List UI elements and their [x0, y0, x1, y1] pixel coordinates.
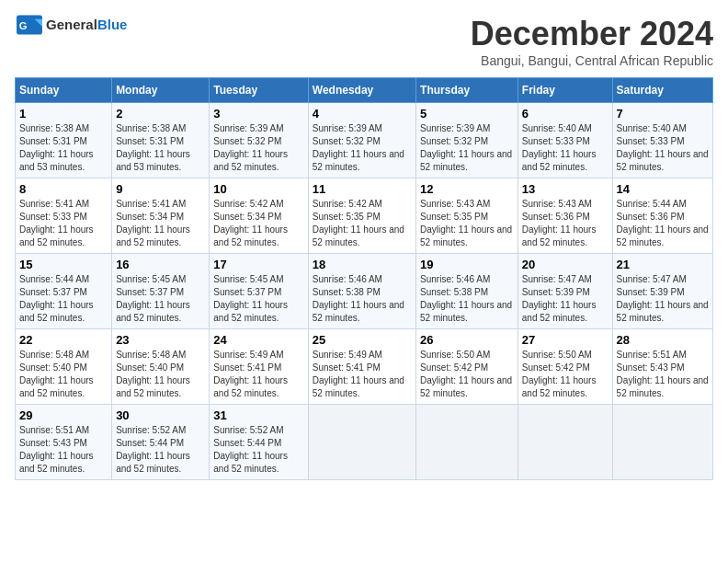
- day-number: 18: [313, 258, 412, 271]
- day-info: Sunrise: 5:52 AMSunset: 5:44 PMDaylight:…: [213, 424, 303, 476]
- day-number: 19: [420, 258, 514, 271]
- calendar-table: SundayMondayTuesdayWednesdayThursdayFrid…: [15, 77, 713, 480]
- day-info: Sunrise: 5:45 AMSunset: 5:37 PMDaylight:…: [116, 273, 205, 325]
- calendar-cell: 27Sunrise: 5:50 AMSunset: 5:42 PMDayligh…: [518, 329, 612, 405]
- calendar-cell: 4Sunrise: 5:39 AMSunset: 5:32 PMDaylight…: [308, 103, 415, 178]
- calendar-cell: 30Sunrise: 5:52 AMSunset: 5:44 PMDayligh…: [112, 405, 210, 480]
- day-info: Sunrise: 5:39 AMSunset: 5:32 PMDaylight:…: [313, 122, 412, 174]
- day-info: Sunrise: 5:40 AMSunset: 5:33 PMDaylight:…: [617, 122, 709, 174]
- day-number: 29: [19, 408, 108, 422]
- calendar-cell: 31Sunrise: 5:52 AMSunset: 5:44 PMDayligh…: [210, 405, 308, 480]
- day-number: 3: [213, 107, 303, 121]
- day-info: Sunrise: 5:50 AMSunset: 5:42 PMDaylight:…: [522, 349, 609, 400]
- day-number: 24: [213, 333, 303, 347]
- day-info: Sunrise: 5:43 AMSunset: 5:36 PMDaylight:…: [522, 198, 609, 249]
- day-number: 16: [116, 258, 205, 271]
- day-of-week-wednesday: Wednesday: [308, 78, 415, 103]
- day-number: 14: [617, 182, 709, 196]
- page-header: G GeneralBlue December 2024 Bangui, Bang…: [15, 15, 713, 68]
- day-number: 8: [19, 182, 108, 196]
- day-of-week-tuesday: Tuesday: [210, 78, 308, 103]
- day-number: 2: [116, 107, 205, 121]
- calendar-cell: 15Sunrise: 5:44 AMSunset: 5:37 PMDayligh…: [16, 254, 112, 329]
- day-info: Sunrise: 5:50 AMSunset: 5:42 PMDaylight:…: [420, 349, 514, 400]
- day-info: Sunrise: 5:44 AMSunset: 5:36 PMDaylight:…: [617, 198, 709, 249]
- calendar-cell: 19Sunrise: 5:46 AMSunset: 5:38 PMDayligh…: [416, 254, 518, 329]
- calendar-cell: 18Sunrise: 5:46 AMSunset: 5:38 PMDayligh…: [308, 254, 415, 329]
- day-info: Sunrise: 5:49 AMSunset: 5:41 PMDaylight:…: [313, 349, 412, 400]
- logo-label: GeneralBlue: [46, 17, 127, 33]
- calendar-cell: 12Sunrise: 5:43 AMSunset: 5:35 PMDayligh…: [416, 178, 518, 254]
- day-number: 6: [522, 107, 609, 121]
- logo: G GeneralBlue: [15, 15, 127, 35]
- calendar-cell: 29Sunrise: 5:51 AMSunset: 5:43 PMDayligh…: [16, 405, 112, 480]
- calendar-week-row: 1Sunrise: 5:38 AMSunset: 5:31 PMDaylight…: [16, 103, 713, 178]
- day-of-week-monday: Monday: [112, 78, 210, 103]
- calendar-cell: 8Sunrise: 5:41 AMSunset: 5:33 PMDaylight…: [16, 178, 112, 254]
- calendar-body: 1Sunrise: 5:38 AMSunset: 5:31 PMDaylight…: [16, 103, 713, 480]
- day-info: Sunrise: 5:52 AMSunset: 5:44 PMDaylight:…: [116, 424, 205, 476]
- day-info: Sunrise: 5:45 AMSunset: 5:37 PMDaylight:…: [213, 273, 303, 325]
- calendar-cell: 21Sunrise: 5:47 AMSunset: 5:39 PMDayligh…: [612, 254, 712, 329]
- day-number: 27: [522, 333, 609, 347]
- day-number: 20: [522, 258, 609, 271]
- day-number: 15: [19, 258, 108, 271]
- day-number: 28: [617, 333, 709, 347]
- calendar-week-row: 15Sunrise: 5:44 AMSunset: 5:37 PMDayligh…: [16, 254, 713, 329]
- day-info: Sunrise: 5:40 AMSunset: 5:33 PMDaylight:…: [522, 122, 609, 174]
- day-info: Sunrise: 5:46 AMSunset: 5:38 PMDaylight:…: [420, 273, 514, 325]
- day-number: 30: [116, 408, 205, 422]
- calendar-cell: [612, 405, 712, 480]
- day-number: 17: [213, 258, 303, 271]
- calendar-cell: 26Sunrise: 5:50 AMSunset: 5:42 PMDayligh…: [416, 329, 518, 405]
- day-info: Sunrise: 5:38 AMSunset: 5:31 PMDaylight:…: [116, 122, 205, 174]
- day-of-week-sunday: Sunday: [16, 78, 112, 103]
- day-info: Sunrise: 5:44 AMSunset: 5:37 PMDaylight:…: [19, 273, 108, 325]
- day-of-week-thursday: Thursday: [416, 78, 518, 103]
- calendar-cell: 10Sunrise: 5:42 AMSunset: 5:34 PMDayligh…: [210, 178, 308, 254]
- day-number: 5: [420, 107, 514, 121]
- day-of-week-header-row: SundayMondayTuesdayWednesdayThursdayFrid…: [16, 78, 713, 103]
- calendar-cell: 13Sunrise: 5:43 AMSunset: 5:36 PMDayligh…: [518, 178, 612, 254]
- day-number: 4: [313, 107, 412, 121]
- calendar-cell: 23Sunrise: 5:48 AMSunset: 5:40 PMDayligh…: [112, 329, 210, 405]
- day-info: Sunrise: 5:47 AMSunset: 5:39 PMDaylight:…: [617, 273, 709, 325]
- calendar-cell: 6Sunrise: 5:40 AMSunset: 5:33 PMDaylight…: [518, 103, 612, 178]
- calendar-cell: 11Sunrise: 5:42 AMSunset: 5:35 PMDayligh…: [308, 178, 415, 254]
- day-number: 23: [116, 333, 205, 347]
- location: Bangui, Bangui, Central African Republic: [471, 53, 713, 68]
- calendar-cell: 20Sunrise: 5:47 AMSunset: 5:39 PMDayligh…: [518, 254, 612, 329]
- calendar-cell: 2Sunrise: 5:38 AMSunset: 5:31 PMDaylight…: [112, 103, 210, 178]
- day-info: Sunrise: 5:48 AMSunset: 5:40 PMDaylight:…: [116, 349, 205, 400]
- day-number: 13: [522, 182, 609, 196]
- day-of-week-friday: Friday: [518, 78, 612, 103]
- calendar-cell: 24Sunrise: 5:49 AMSunset: 5:41 PMDayligh…: [210, 329, 308, 405]
- calendar-week-row: 8Sunrise: 5:41 AMSunset: 5:33 PMDaylight…: [16, 178, 713, 254]
- day-number: 7: [617, 107, 709, 121]
- calendar-cell: 28Sunrise: 5:51 AMSunset: 5:43 PMDayligh…: [612, 329, 712, 405]
- day-number: 1: [19, 107, 108, 121]
- title-area: December 2024 Bangui, Bangui, Central Af…: [471, 15, 713, 68]
- calendar-cell: 9Sunrise: 5:41 AMSunset: 5:34 PMDaylight…: [112, 178, 210, 254]
- calendar-cell: 5Sunrise: 5:39 AMSunset: 5:32 PMDaylight…: [416, 103, 518, 178]
- day-number: 10: [213, 182, 303, 196]
- day-number: 12: [420, 182, 514, 196]
- day-info: Sunrise: 5:41 AMSunset: 5:33 PMDaylight:…: [19, 198, 108, 249]
- day-info: Sunrise: 5:47 AMSunset: 5:39 PMDaylight:…: [522, 273, 609, 325]
- calendar-week-row: 22Sunrise: 5:48 AMSunset: 5:40 PMDayligh…: [16, 329, 713, 405]
- calendar-cell: [518, 405, 612, 480]
- calendar-cell: 1Sunrise: 5:38 AMSunset: 5:31 PMDaylight…: [16, 103, 112, 178]
- calendar-cell: 14Sunrise: 5:44 AMSunset: 5:36 PMDayligh…: [612, 178, 712, 254]
- calendar-week-row: 29Sunrise: 5:51 AMSunset: 5:43 PMDayligh…: [16, 405, 713, 480]
- month-title: December 2024: [471, 15, 713, 53]
- day-of-week-saturday: Saturday: [612, 78, 712, 103]
- calendar-cell: 16Sunrise: 5:45 AMSunset: 5:37 PMDayligh…: [112, 254, 210, 329]
- day-info: Sunrise: 5:46 AMSunset: 5:38 PMDaylight:…: [313, 273, 412, 325]
- day-number: 22: [19, 333, 108, 347]
- day-number: 31: [213, 408, 303, 422]
- day-info: Sunrise: 5:51 AMSunset: 5:43 PMDaylight:…: [19, 424, 108, 476]
- day-number: 9: [116, 182, 205, 196]
- day-info: Sunrise: 5:51 AMSunset: 5:43 PMDaylight:…: [617, 349, 709, 400]
- calendar-cell: 7Sunrise: 5:40 AMSunset: 5:33 PMDaylight…: [612, 103, 712, 178]
- day-info: Sunrise: 5:49 AMSunset: 5:41 PMDaylight:…: [213, 349, 303, 400]
